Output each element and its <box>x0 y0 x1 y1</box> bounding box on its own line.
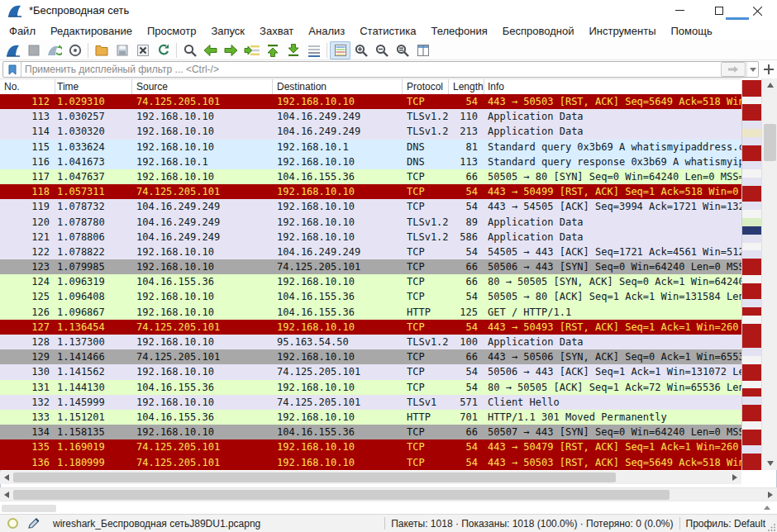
close-file-button[interactable] <box>132 41 153 59</box>
packet-row[interactable]: 1161.041673192.168.10.1192.168.10.10DNS1… <box>0 154 741 169</box>
packet-row[interactable]: 1181.05731174.125.205.101192.168.10.10TC… <box>0 184 741 199</box>
go-to-packet-button[interactable] <box>241 41 262 59</box>
packet-row[interactable]: 1241.096319104.16.155.36192.168.10.10TCP… <box>0 274 741 289</box>
add-filter-button[interactable] <box>762 63 775 76</box>
column-header-time[interactable]: Time <box>55 79 132 95</box>
vertical-scrollbar[interactable] <box>761 78 777 470</box>
menu-item-help[interactable]: Помощь <box>664 22 720 40</box>
zoom-in-button[interactable] <box>350 41 371 59</box>
stop-capture-button[interactable] <box>23 41 44 59</box>
hscroll-thumb[interactable] <box>13 473 616 482</box>
reload-file-button[interactable] <box>153 41 174 59</box>
packet-row[interactable]: 1331.151201104.16.155.36192.168.10.10HTT… <box>0 410 741 425</box>
capture-options-button[interactable] <box>64 41 85 59</box>
profile-selector[interactable]: Профиль: Default <box>686 518 766 530</box>
filter-bookmark-button[interactable] <box>3 62 21 77</box>
expert-info-indicator[interactable] <box>7 518 18 529</box>
cell-source: 192.168.10.10 <box>132 335 273 349</box>
column-header-protocol[interactable]: Protocol <box>403 79 449 95</box>
go-back-button[interactable] <box>200 41 221 59</box>
packet-row[interactable]: 1351.16901974.125.205.101192.168.10.10TC… <box>0 439 741 454</box>
packet-row[interactable]: 1201.078780104.16.249.249192.168.10.10TL… <box>0 215 741 230</box>
hscroll-thumb[interactable] <box>13 490 670 500</box>
packet-row[interactable]: 1271.13645474.125.205.101192.168.10.10TC… <box>0 320 741 335</box>
packet-row[interactable]: 1251.096408192.168.10.10104.16.155.36TCP… <box>0 289 741 304</box>
resize-grip-icon[interactable] <box>768 523 776 531</box>
menu-item-file[interactable]: Файл <box>2 22 43 40</box>
menu-item-statistics[interactable]: Статистика <box>352 22 423 40</box>
stop-capture-icon <box>26 43 41 58</box>
column-header-info[interactable]: Info <box>484 79 741 95</box>
scroll-right-button[interactable] <box>728 471 741 484</box>
scroll-up-button[interactable] <box>762 78 777 92</box>
open-file-button[interactable] <box>91 41 112 59</box>
minimap-stripe <box>742 421 761 430</box>
menu-item-capture[interactable]: Захват <box>252 22 301 40</box>
scroll-right-button[interactable] <box>764 488 777 501</box>
save-file-button[interactable] <box>112 41 132 59</box>
auto-scroll-button[interactable] <box>303 41 324 59</box>
packet-row[interactable]: 1311.144130104.16.155.36192.168.10.10TCP… <box>0 380 741 395</box>
find-packet-button[interactable] <box>179 41 200 59</box>
packet-list-hscrollbar[interactable] <box>0 471 741 484</box>
column-header-length[interactable]: Length <box>449 79 484 95</box>
cell-protocol: TCP <box>403 184 449 199</box>
packet-row[interactable]: 1141.030320192.168.10.10104.16.249.249TL… <box>0 124 741 139</box>
packet-row[interactable]: 1301.141562192.168.10.1074.125.205.101TC… <box>0 364 741 379</box>
column-header-destination[interactable]: Destination <box>273 79 403 95</box>
go-forward-button[interactable] <box>221 41 241 59</box>
packet-row[interactable]: 1261.096867192.168.10.10104.16.155.36HTT… <box>0 305 741 320</box>
menu-item-go[interactable]: Запуск <box>203 22 252 40</box>
zoom-original-button[interactable] <box>392 41 412 59</box>
packet-row[interactable]: 1191.078732104.16.249.249192.168.10.10TC… <box>0 199 741 214</box>
colorize-button[interactable] <box>330 41 350 59</box>
packet-row[interactable]: 1341.158135192.168.10.10104.16.155.36TCP… <box>0 425 741 439</box>
resize-columns-button[interactable] <box>412 41 433 59</box>
scroll-down-button[interactable] <box>762 457 777 470</box>
packet-row[interactable]: 1321.145999192.168.10.1074.125.205.101TL… <box>0 395 741 410</box>
menu-item-telephony[interactable]: Телефония <box>423 22 494 40</box>
vertical-scroll-thumb[interactable] <box>764 124 776 161</box>
packet-row[interactable]: 1131.030257192.168.10.10104.16.249.249TL… <box>0 109 741 124</box>
menu-item-edit[interactable]: Редактирование <box>43 22 140 40</box>
menu-item-view[interactable]: Просмотр <box>140 22 203 40</box>
lower-hscrollbar[interactable] <box>0 487 777 501</box>
packet-row[interactable]: 1361.18099974.125.205.101192.168.10.10TC… <box>0 455 741 470</box>
menu-item-tools[interactable]: Инструменты <box>581 22 663 40</box>
restart-capture-icon <box>46 43 62 58</box>
display-filter-input[interactable] <box>21 64 721 75</box>
packet-row[interactable]: 1171.047637192.168.10.10104.16.155.36TCP… <box>0 169 741 184</box>
packet-row[interactable]: 1151.033624192.168.10.10192.168.10.1DNS8… <box>0 140 741 154</box>
packet-minimap[interactable] <box>741 80 761 470</box>
scroll-left-button[interactable] <box>0 488 13 501</box>
apply-filter-button[interactable] <box>721 62 746 77</box>
restart-capture-button[interactable] <box>44 41 64 59</box>
zoom-out-button[interactable] <box>371 41 392 59</box>
cell-no: 114 <box>0 124 55 139</box>
packet-row[interactable]: 1121.02931074.125.205.101192.168.10.10TC… <box>0 94 741 109</box>
minimap-stripe <box>742 267 761 275</box>
go-first-button[interactable] <box>262 41 283 59</box>
colorize-icon <box>333 43 348 58</box>
column-header-source[interactable]: Source <box>132 79 273 95</box>
packet-row[interactable]: 1291.14146674.125.205.101192.168.10.10TC… <box>0 349 741 364</box>
cell-info: Application Data <box>484 230 741 245</box>
packet-row[interactable]: 1221.078822192.168.10.10104.16.249.249TC… <box>0 245 741 259</box>
cell-info: HTTP/1.1 301 Moved Permanently <box>484 410 741 425</box>
cell-destination: 104.16.249.249 <box>273 245 403 259</box>
minimize-button[interactable] <box>660 0 699 21</box>
pane-splitter-handle[interactable] <box>2 505 56 512</box>
packet-row[interactable]: 1231.079985192.168.10.1074.125.205.101TC… <box>0 259 741 274</box>
menu-item-wireless[interactable]: Беспроводной <box>495 22 582 40</box>
start-capture-button[interactable] <box>2 41 23 59</box>
column-header-no[interactable]: No. <box>0 79 55 95</box>
cell-destination: 74.125.205.101 <box>273 259 403 274</box>
go-last-button[interactable] <box>283 41 303 59</box>
menu-item-analyze[interactable]: Анализ <box>301 22 352 40</box>
cell-no: 120 <box>0 215 55 230</box>
scroll-left-button[interactable] <box>0 471 13 484</box>
packet-row[interactable]: 1211.078806104.16.249.249192.168.10.10TL… <box>0 230 741 245</box>
capture-comment-button[interactable] <box>26 517 41 530</box>
filter-dropdown-button[interactable] <box>746 62 758 77</box>
packet-row[interactable]: 1281.137300192.168.10.1095.163.54.50TLSv… <box>0 335 741 349</box>
